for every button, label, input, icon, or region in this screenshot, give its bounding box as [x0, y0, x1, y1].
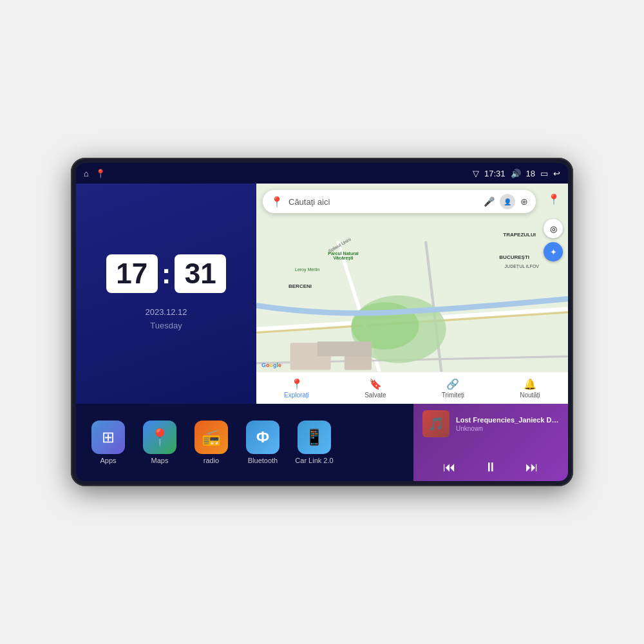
music-thumbnail: 🎵	[422, 410, 450, 437]
bluetooth-icon: Ф	[246, 421, 279, 454]
carlink-icon: 📱	[298, 421, 331, 454]
app-item-radio[interactable]: 📻 radio	[192, 421, 231, 464]
map-navigate-btn[interactable]: ✦	[544, 242, 563, 261]
maps-status-icon[interactable]: 📍	[95, 169, 106, 178]
bottom-section: ⊞ Apps 📍 Maps 📻	[76, 404, 568, 481]
maps-icon: 📍	[143, 421, 176, 454]
noutăți-icon: 🔔	[524, 378, 536, 390]
salvate-label: Salvate	[365, 392, 386, 399]
music-play-button[interactable]: ⏸	[484, 460, 497, 475]
carlink-label: Car Link 2.0	[295, 457, 333, 464]
microphone-icon[interactable]: 🎤	[484, 196, 495, 207]
radio-label: radio	[204, 457, 219, 464]
main-content: 17 : 31 2023.12.12 Tuesday	[76, 184, 568, 481]
music-info: 🎵 Lost Frequencies_Janieck Devy-... Unkn…	[422, 410, 559, 437]
status-bar: ⌂ 📍 ▽ 17:31 🔊 18 ▭ ↩	[76, 163, 568, 184]
maps-label: Maps	[151, 457, 169, 464]
map-panel[interactable]: 📍 Căutați aici 🎤 👤 ⊕ TRAPEZULUI BUCUREȘT…	[256, 184, 568, 404]
trimiteți-label: Trimiteți	[442, 392, 464, 399]
leroy-label: Leroy Merlin	[295, 267, 320, 272]
device-frame: ⌂ 📍 ▽ 17:31 🔊 18 ▭ ↩ 17 :	[71, 158, 573, 486]
trapezului-label: TRAPEZULUI	[503, 232, 536, 238]
top-section: 17 : 31 2023.12.12 Tuesday	[76, 184, 568, 404]
svg-rect-10	[317, 341, 372, 356]
map-right-controls: ◎ ✦	[544, 219, 563, 261]
app-item-carlink[interactable]: 📱 Car Link 2.0	[295, 421, 334, 464]
salvate-icon: 🔖	[369, 378, 382, 390]
clock-colon: :	[162, 260, 171, 288]
status-left-icons: ⌂ 📍	[84, 169, 106, 178]
music-artist: Unknown	[456, 425, 559, 432]
volume-level: 18	[526, 169, 535, 178]
explorați-label: Explorați	[284, 392, 309, 399]
status-right-icons: ▽ 17:31 🔊 18 ▭ ↩	[473, 169, 560, 178]
volume-icon: 🔊	[511, 169, 521, 178]
google-logo: Google	[261, 362, 281, 368]
radio-icon: 📻	[194, 421, 228, 454]
status-time: 17:31	[484, 169, 506, 178]
battery-icon: ▭	[540, 169, 548, 178]
back-icon[interactable]: ↩	[553, 169, 560, 178]
maps-pin-icon: 📍	[270, 196, 283, 208]
clock-hours: 17	[106, 254, 158, 293]
map-location-btn[interactable]: ◎	[544, 219, 563, 238]
home-icon[interactable]: ⌂	[84, 169, 89, 178]
clock-day: Tuesday	[145, 319, 187, 333]
clock-minutes: 31	[175, 254, 226, 293]
apps-area: ⊞ Apps 📍 Maps 📻	[76, 404, 413, 481]
clock-display: 17 : 31	[106, 254, 227, 293]
map-search-bar[interactable]: 📍 Căutați aici 🎤 👤 ⊕	[263, 190, 536, 213]
clock-panel: 17 : 31 2023.12.12 Tuesday	[76, 184, 256, 404]
music-next-button[interactable]: ⏭	[526, 460, 538, 475]
music-text: Lost Frequencies_Janieck Devy-... Unknow…	[456, 416, 559, 432]
map-tab-salvate[interactable]: 🔖 Salvate	[365, 378, 386, 399]
clock-date-value: 2023.12.12	[145, 306, 187, 319]
user-avatar[interactable]: 👤	[500, 194, 515, 209]
map-search-input[interactable]: Căutați aici	[289, 197, 478, 207]
device-screen: ⌂ 📍 ▽ 17:31 🔊 18 ▭ ↩ 17 :	[76, 163, 568, 481]
noutăți-label: Noutăți	[520, 392, 540, 399]
map-red-pin: 📍	[547, 193, 560, 205]
judet-label: JUDEȚUL ILFOV	[505, 264, 539, 269]
apps-label: Apps	[100, 457, 116, 464]
bluetooth-label: Bluetooth	[248, 457, 278, 464]
clock-date: 2023.12.12 Tuesday	[145, 306, 187, 333]
bucuresti-label: BUCUREȘTI	[499, 254, 529, 260]
trimiteți-icon: 🔗	[446, 378, 459, 390]
parcul-label: Parcul Natural Văcărești	[321, 251, 366, 260]
map-tabs: 📍 Explorați 🔖 Salvate 🔗 Trimiteți �	[256, 372, 568, 404]
music-title: Lost Frequencies_Janieck Devy-...	[456, 416, 559, 424]
app-item-bluetooth[interactable]: Ф Bluetooth	[243, 421, 282, 464]
music-controls: ⏮ ⏸ ⏭	[422, 460, 559, 475]
map-tab-explorați[interactable]: 📍 Explorați	[284, 378, 309, 399]
compass-icon[interactable]: ⊕	[520, 196, 528, 207]
app-item-apps[interactable]: ⊞ Apps	[89, 421, 128, 464]
music-prev-button[interactable]: ⏮	[443, 460, 456, 475]
app-item-maps[interactable]: 📍 Maps	[140, 421, 179, 464]
map-tab-noutăți[interactable]: 🔔 Noutăți	[520, 378, 540, 399]
apps-icon: ⊞	[91, 421, 125, 454]
map-tab-trimiteți[interactable]: 🔗 Trimiteți	[442, 378, 464, 399]
signal-icon: ▽	[473, 169, 479, 178]
explorați-icon: 📍	[290, 378, 303, 390]
music-area: 🎵 Lost Frequencies_Janieck Devy-... Unkn…	[413, 404, 568, 481]
berceni-label: BERCENI	[289, 283, 312, 289]
